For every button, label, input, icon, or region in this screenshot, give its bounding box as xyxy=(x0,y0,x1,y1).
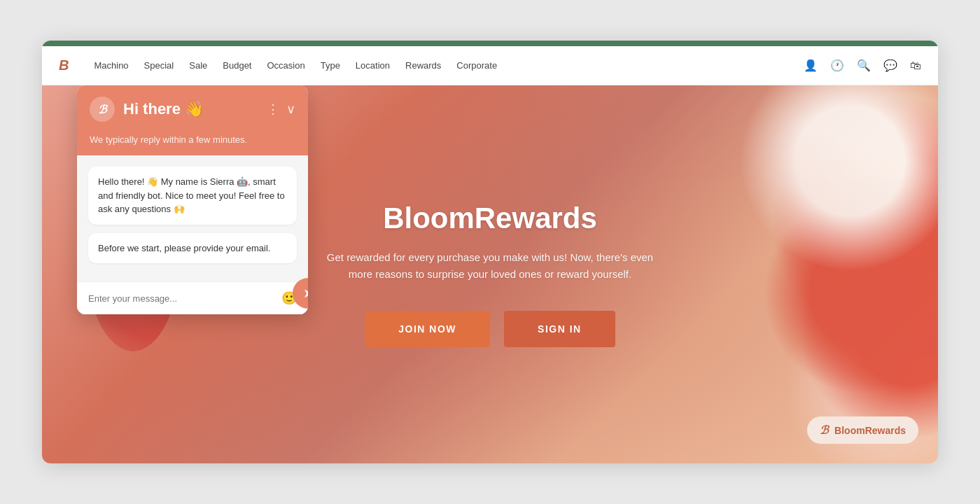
join-now-button[interactable]: JOIN NOW xyxy=(365,311,490,347)
nav-link-sale[interactable]: Sale xyxy=(189,60,207,71)
chat-footer-wrapper: 🙂 ➤ xyxy=(77,281,308,314)
chat-footer: 🙂 xyxy=(77,281,308,314)
bloom-badge-text: BloomRewards xyxy=(834,425,906,436)
hero-title: BloomRewards xyxy=(322,202,658,235)
browser-top-bar xyxy=(42,41,938,46)
chat-icon[interactable]: 💬 xyxy=(883,59,897,72)
hero-content: BloomRewards Get rewarded for every purc… xyxy=(322,202,658,347)
nav-bar: B Machino Special Sale Budget Occasion T… xyxy=(42,46,938,85)
chat-minimize-icon[interactable]: ∨ xyxy=(286,102,295,117)
chat-input[interactable] xyxy=(88,293,274,304)
nav-link-occasion[interactable]: Occasion xyxy=(267,60,304,71)
bloom-badge-logo: ℬ xyxy=(820,424,829,437)
nav-link-type[interactable]: Type xyxy=(321,60,340,71)
nav-link-special[interactable]: Special xyxy=(144,60,174,71)
chat-subheader-text: We typically reply within a few minutes. xyxy=(90,134,247,145)
sign-in-button[interactable]: SIGN IN xyxy=(504,311,615,347)
nav-link-budget[interactable]: Budget xyxy=(223,60,251,71)
chat-subheader: We typically reply within a few minutes. xyxy=(77,133,308,155)
nav-link-location[interactable]: Location xyxy=(356,60,390,71)
chat-header-icons: ⋮ ∨ xyxy=(267,102,295,117)
browser-window: B Machino Special Sale Budget Occasion T… xyxy=(42,41,938,463)
account-icon[interactable]: 👤 xyxy=(804,59,818,72)
chat-messages: Hello there! 👋 My name is Sierra 🤖, smar… xyxy=(77,155,308,281)
chat-widget: ℬ Hi there 👋 ⋮ ∨ We typically reply with… xyxy=(77,85,308,314)
chat-message-1: Hello there! 👋 My name is Sierra 🤖, smar… xyxy=(88,167,297,225)
search-icon[interactable]: 🔍 xyxy=(857,59,871,72)
cart-icon[interactable]: 🛍 xyxy=(910,59,921,72)
nav-link-corporate[interactable]: Corporate xyxy=(456,60,497,71)
nav-actions: 👤 🕐 🔍 💬 🛍 xyxy=(804,59,921,72)
chat-header: ℬ Hi there 👋 ⋮ ∨ xyxy=(77,85,308,133)
history-icon[interactable]: 🕐 xyxy=(830,59,844,72)
chat-message-2: Before we start, please provide your ema… xyxy=(88,233,297,264)
chat-more-icon[interactable]: ⋮ xyxy=(267,102,279,117)
nav-links: Machino Special Sale Budget Occasion Typ… xyxy=(94,60,784,71)
bloom-rewards-badge: ℬ BloomRewards xyxy=(807,416,918,444)
hero-section: BloomRewards Get rewarded for every purc… xyxy=(42,85,938,463)
nav-logo: B xyxy=(59,57,69,74)
nav-link-machino[interactable]: Machino xyxy=(94,60,128,71)
nav-link-rewards[interactable]: Rewards xyxy=(405,60,441,71)
chat-logo: ℬ xyxy=(90,97,115,122)
hero-subtitle: Get rewarded for every purchase you make… xyxy=(322,249,658,283)
chat-header-title: Hi there 👋 xyxy=(123,100,258,118)
hero-buttons: JOIN NOW SIGN IN xyxy=(322,311,658,347)
